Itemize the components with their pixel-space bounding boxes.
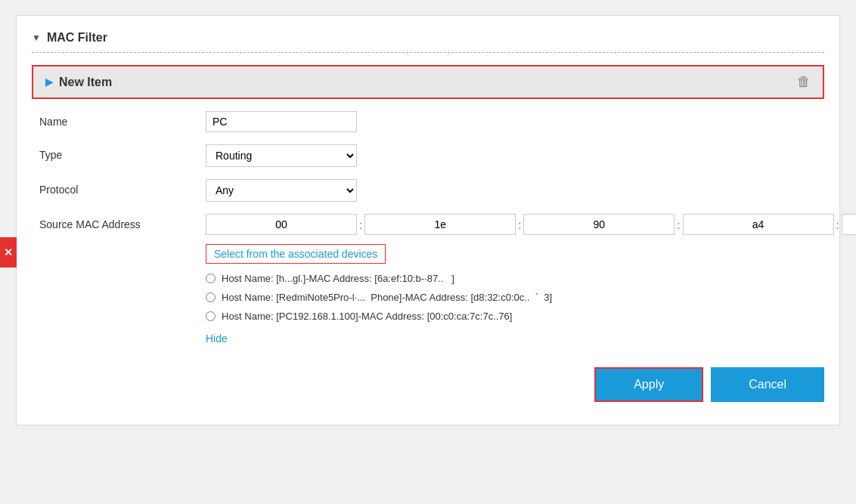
apply-button[interactable]: Apply [594,367,703,402]
mac-octet-4[interactable] [683,214,834,235]
mac-label: Source MAC Address [39,214,191,230]
protocol-select[interactable]: Any TCP UDP ICMP [206,179,357,202]
protocol-field-container: Any TCP UDP ICMP [206,179,817,202]
protocol-label: Protocol [39,179,191,196]
mac-octet-2[interactable] [364,214,516,235]
delete-item-button[interactable]: 🗑 [797,74,811,90]
device-item-1: Host Name: [h...gl.]-MAC Address: [6a:ef… [206,273,856,284]
mac-octet-3[interactable] [523,214,675,235]
device-label-2: Host Name: [RedmiNote5Pro-l·... Phone]-M… [222,292,552,303]
name-input[interactable] [206,111,357,132]
name-field-container [206,111,817,132]
new-item-header: ▶ New Item 🗑 [32,65,824,99]
device-item-2: Host Name: [RedmiNote5Pro-l·... Phone]-M… [206,292,856,303]
mac-field-container: : : : : : Select from the associated dev… [206,214,856,345]
mac-sep-4: : [836,218,840,231]
section-divider [32,52,824,53]
mac-octet-1[interactable] [206,214,357,235]
protocol-row: Protocol Any TCP UDP ICMP [39,179,817,202]
type-row: Type Routing Bridging [39,144,817,167]
device-radio-3[interactable] [206,311,216,321]
mac-sep-3: : [676,218,681,231]
name-label: Name [39,111,191,128]
device-label-3: Host Name: [PC192.168.1.100]-MAC Address… [222,311,512,322]
mac-sep-1: : [358,218,363,231]
mac-sep-2: : [517,218,522,231]
device-list: Host Name: [h...gl.]-MAC Address: [6a:ef… [206,273,856,322]
device-radio-2[interactable] [206,292,216,302]
select-devices-link[interactable]: Select from the associated devices [206,244,386,264]
device-radio-1[interactable] [206,274,216,283]
new-item-triangle-icon: ▶ [45,76,53,88]
section-header: ▼ MAC Filter [32,31,824,45]
type-select[interactable]: Routing Bridging [206,144,357,167]
cancel-button[interactable]: Cancel [711,367,824,402]
mac-inputs: : : : : : [206,214,856,235]
section-collapse-icon: ▼ [32,32,41,43]
hide-link[interactable]: Hide [206,332,228,345]
new-item-label: ▶ New Item [45,76,112,89]
device-label-1: Host Name: [h...gl.]-MAC Address: [6a:ef… [222,273,454,284]
device-item-3: Host Name: [PC192.168.1.100]-MAC Address… [206,311,856,322]
collapse-bar[interactable]: ✕ [0,237,17,267]
mac-row: Source MAC Address : : : : : Select fro [39,214,817,345]
mac-octet-5[interactable] [842,214,856,235]
name-row: Name [39,111,817,132]
mac-filter-panel: ▼ MAC Filter ▶ New Item 🗑 Name Type Rout… [16,15,840,425]
form-area: Name Type Routing Bridging Protocol Any … [32,111,824,345]
type-field-container: Routing Bridging [206,144,817,167]
footer-buttons: Apply Cancel [32,367,824,402]
section-title-text: MAC Filter [47,31,107,45]
type-label: Type [39,144,191,161]
new-item-text: New Item [59,76,112,89]
collapse-icon: ✕ [4,246,13,258]
